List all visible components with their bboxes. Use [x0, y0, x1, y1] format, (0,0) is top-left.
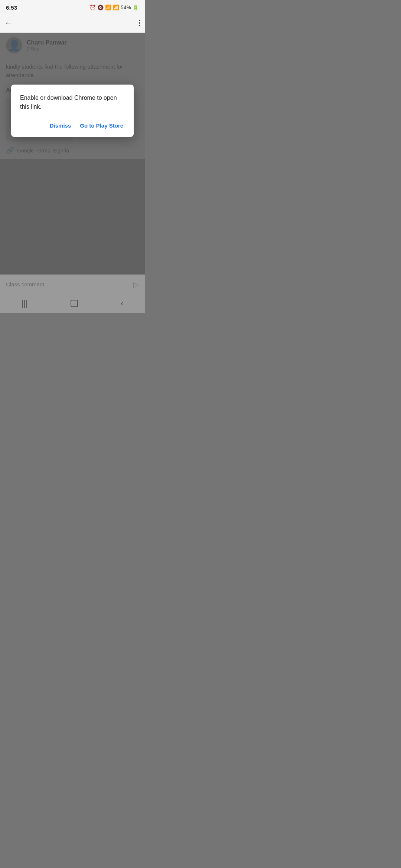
dialog-backdrop: Enable or download Chrome to open this l…	[0, 33, 145, 313]
app-bar: ←	[0, 13, 145, 33]
dialog-actions: Dismiss Go to Play Store	[20, 120, 125, 131]
dot1	[139, 20, 140, 21]
dismiss-button[interactable]: Dismiss	[48, 120, 73, 131]
dialog: Enable or download Chrome to open this l…	[11, 85, 134, 137]
mute-icon: 🔇	[97, 4, 104, 10]
go-to-play-store-button[interactable]: Go to Play Store	[78, 120, 125, 131]
dot2	[139, 22, 140, 24]
dialog-message: Enable or download Chrome to open this l…	[20, 93, 125, 111]
back-button[interactable]: ←	[4, 18, 13, 28]
status-bar: 6:53 ⏰ 🔇 📶 📶 54% 🔋	[0, 0, 145, 13]
battery-icon: 🔋	[133, 4, 139, 10]
dot3	[139, 25, 140, 26]
status-icons: ⏰ 🔇 📶 📶 54% 🔋	[89, 4, 139, 10]
wifi-icon: 📶	[105, 4, 111, 10]
signal-icon: 📶	[113, 4, 119, 10]
alarm-icon: ⏰	[89, 4, 96, 10]
battery-level: 54%	[121, 4, 131, 10]
more-options-button[interactable]	[139, 20, 140, 26]
status-time: 6:53	[6, 4, 17, 11]
